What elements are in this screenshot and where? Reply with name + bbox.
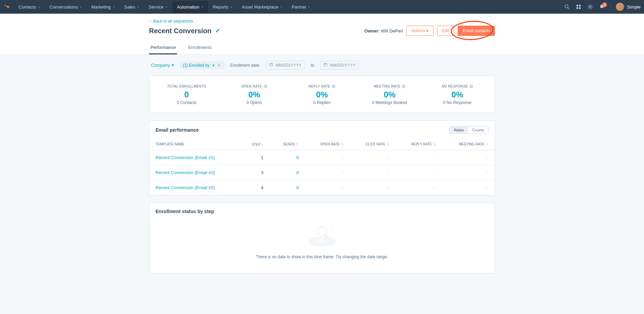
chevron-left-icon (149, 20, 152, 23)
cell-reply: -- (433, 170, 436, 175)
chevron-down-icon (79, 5, 82, 9)
filter-company-dropdown[interactable]: Company ▾ (151, 63, 174, 68)
stat-block: NO RESPONSE i0%0 No Response (423, 83, 491, 105)
info-icon[interactable]: i (469, 84, 473, 88)
enrollment-status-card: Enrollment status by step There is no da… (149, 203, 495, 273)
email-performance-title: Email performance (156, 127, 199, 133)
nav-item-sales[interactable]: Sales (120, 1, 144, 13)
sort-icon: ⇅ (433, 142, 436, 146)
search-icon[interactable] (564, 4, 570, 10)
chevron-down-icon: ▾ (426, 28, 429, 33)
email-performance-table: TEMPLATE NAME STEP ↑ SENDS ⇅ OPEN RATE ⇅… (149, 139, 495, 195)
table-row: Recent Conversion (Email #1)10-------- (149, 150, 495, 165)
tab-performance[interactable]: Performance (149, 41, 177, 54)
account-menu[interactable]: Simple (611, 3, 641, 11)
cell-sends[interactable]: 0 (296, 155, 299, 160)
calendar-icon (323, 63, 327, 68)
cell-step: 3 (239, 165, 270, 180)
settings-gear-icon[interactable] (587, 4, 593, 10)
th-open[interactable]: OPEN RATE ⇅ (305, 139, 350, 150)
svg-rect-3 (577, 5, 578, 6)
chevron-down-icon (201, 5, 204, 9)
table-row: Recent Conversion (Email #3)30-------- (149, 165, 495, 180)
notifications-bell-icon[interactable]: 1 (599, 4, 605, 10)
remove-filter-icon[interactable]: × (217, 63, 221, 68)
stat-label: REPLY RATE i (309, 84, 336, 88)
back-to-sequences-link[interactable]: Back to all sequences (149, 19, 193, 24)
svg-point-2 (565, 5, 568, 8)
empty-state-icon (156, 221, 488, 248)
stat-subtext: 0 Meetings Booked (356, 100, 424, 105)
stat-label: TOTAL ENROLLMENTS (167, 84, 206, 88)
enroll-contacts-button[interactable]: Enroll contacts (458, 26, 495, 36)
date-to-input[interactable]: MM/DD/YYYY (320, 61, 359, 69)
empty-state-text: There is no data to show in this time fr… (156, 254, 488, 259)
stat-subtext: 0 Replies (288, 100, 356, 105)
nav-item-asset-marketplace[interactable]: Asset Marketplace (238, 1, 287, 13)
cell-click: -- (386, 155, 389, 160)
sort-icon: ⇅ (485, 142, 488, 146)
sort-icon: ⇅ (296, 142, 299, 146)
cell-sends[interactable]: 0 (296, 170, 299, 175)
marketplace-icon[interactable] (576, 4, 581, 10)
nav-item-automation[interactable]: Automation (173, 1, 208, 13)
info-icon[interactable]: i (263, 84, 267, 88)
top-nav: ContactsConversationsMarketingSalesServi… (0, 0, 644, 14)
nav-item-conversations[interactable]: Conversations (45, 1, 86, 13)
actions-button[interactable]: Actions▾ (406, 26, 433, 36)
info-icon[interactable]: i (402, 84, 406, 88)
cell-step: 1 (239, 150, 270, 165)
toggle-rates[interactable]: Rates (450, 127, 468, 133)
template-name-link[interactable]: Recent Conversion (Email #2) (156, 185, 215, 190)
stat-value: 0% (221, 90, 288, 100)
th-sends[interactable]: SENDS ⇅ (270, 139, 305, 150)
edit-title-icon[interactable] (215, 28, 220, 34)
info-icon[interactable]: i (332, 84, 335, 88)
svg-rect-4 (579, 5, 581, 6)
owner-label: Owner: Will DePeri (364, 28, 403, 34)
cell-click: -- (386, 170, 389, 175)
chevron-down-icon: ▾ (172, 63, 174, 68)
nav-item-marketing[interactable]: Marketing (87, 1, 119, 13)
calendar-icon (269, 63, 273, 68)
cell-reply: -- (433, 155, 436, 160)
stat-value: 0% (288, 90, 356, 100)
toggle-counts[interactable]: Counts (468, 127, 488, 133)
th-reply[interactable]: REPLY RATE ⇅ (396, 139, 442, 150)
account-label: Simple (627, 4, 641, 10)
th-click[interactable]: CLICK RATE ⇅ (350, 139, 396, 150)
stat-value: 0 (153, 90, 221, 100)
cell-open: -- (341, 170, 344, 175)
stat-value: 0% (423, 90, 491, 100)
stat-label: NO RESPONSE i (442, 84, 473, 88)
th-meeting[interactable]: MEETING RATE ⇅ (442, 139, 495, 150)
date-to-label: to (311, 63, 314, 68)
tab-enrollments[interactable]: Enrollments (187, 41, 213, 54)
th-step[interactable]: STEP ↑ (239, 139, 270, 150)
chevron-down-icon: ▾ (212, 63, 214, 68)
filter-enrolled-by-chip[interactable]: (1) Enrolled by▾ × (180, 61, 224, 69)
nav-item-service[interactable]: Service (145, 1, 172, 13)
edit-button[interactable]: Edit (437, 26, 455, 36)
chevron-down-icon (37, 5, 40, 9)
date-from-input[interactable]: MM/DD/YYYY (266, 61, 305, 69)
stat-subtext: 0 No Response (423, 100, 491, 105)
cell-reply: -- (433, 185, 436, 190)
stat-label: OPEN RATE i (242, 84, 267, 88)
cell-sends[interactable]: 0 (296, 185, 299, 190)
hubspot-logo-icon[interactable] (3, 4, 10, 10)
email-performance-card: Email performance Rates Counts TEMPLATE … (149, 120, 495, 195)
chevron-down-icon (280, 5, 283, 9)
template-name-link[interactable]: Recent Conversion (Email #1) (156, 155, 215, 160)
template-name-link[interactable]: Recent Conversion (Email #3) (156, 170, 215, 175)
table-row: Recent Conversion (Email #2)40-------- (149, 180, 495, 195)
chevron-down-icon (112, 5, 115, 9)
chevron-down-icon (308, 5, 311, 9)
user-avatar-icon (616, 3, 624, 11)
chevron-down-icon (137, 5, 140, 9)
th-template[interactable]: TEMPLATE NAME (149, 139, 239, 150)
nav-item-reports[interactable]: Reports (209, 1, 237, 13)
stat-block: REPLY RATE i0%0 Replies (288, 83, 356, 105)
nav-item-contacts[interactable]: Contacts (14, 1, 45, 13)
nav-item-partner[interactable]: Partner (288, 1, 315, 13)
